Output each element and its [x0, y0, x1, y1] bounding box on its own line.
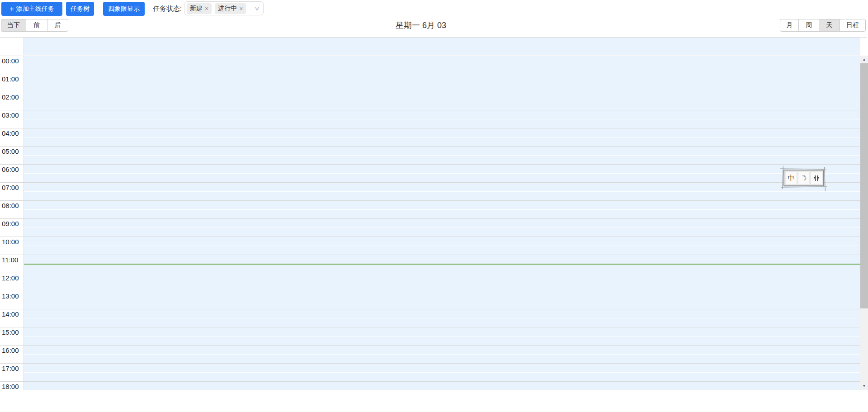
current-time-indicator	[24, 264, 860, 265]
time-label: 11:00	[0, 255, 24, 273]
all-day-row	[0, 37, 867, 55]
time-label: 12:00	[0, 273, 24, 291]
time-slot-row: 06:00	[0, 164, 860, 182]
view-week-button[interactable]: 周	[798, 19, 819, 32]
quadrant-view-label: 四象限显示	[108, 5, 140, 13]
vertical-scrollbar[interactable]: ▲ ▼	[860, 56, 868, 390]
time-slot-lane[interactable]	[24, 291, 860, 309]
time-label: 16:00	[0, 346, 24, 363]
plus-icon: +	[9, 5, 14, 13]
time-label: 13:00	[0, 291, 24, 309]
time-slot-row: 16:00	[0, 345, 860, 363]
time-slot-row: 08:00	[0, 200, 860, 218]
time-label: 08:00	[0, 201, 24, 218]
time-slot-row: 14:00	[0, 309, 860, 327]
moon-icon: ☽	[799, 173, 808, 183]
time-slot-lane[interactable]	[24, 147, 860, 164]
task-tree-button[interactable]: 任务树	[66, 2, 94, 16]
time-slot-lane[interactable]	[24, 56, 860, 74]
date-nav-group: 当下 前 后	[1, 19, 68, 32]
add-main-task-button[interactable]: + 添加主线任务	[1, 2, 62, 16]
view-agenda-button[interactable]: 日程	[840, 19, 866, 32]
time-slot-row: 13:00	[0, 291, 860, 309]
ime-toolbar[interactable]: 中 ☽	[783, 170, 824, 186]
ime-mode-toggle[interactable]: 中	[786, 172, 797, 184]
close-icon[interactable]: ×	[239, 5, 243, 12]
time-slot-lane[interactable]	[24, 110, 860, 128]
time-slot-lane[interactable]	[24, 237, 860, 255]
time-slot-row: 01:00	[0, 74, 860, 92]
ime-mode-label: 中	[788, 174, 795, 182]
scroll-down-icon[interactable]: ▼	[860, 382, 868, 390]
time-slot-lane[interactable]	[24, 327, 860, 345]
status-tag-inprogress-label: 进行中	[218, 5, 237, 13]
time-label: 07:00	[0, 183, 24, 200]
time-label: 03:00	[0, 110, 24, 128]
add-main-task-label: 添加主线任务	[16, 5, 54, 13]
time-slot-row: 05:00	[0, 146, 860, 164]
ime-punctuation-toggle[interactable]	[811, 172, 822, 184]
chevron-down-icon[interactable]: ∨	[254, 5, 260, 12]
time-label: 09:00	[0, 219, 24, 237]
time-label: 18:00	[0, 382, 24, 390]
time-label: 00:00	[0, 56, 24, 74]
time-slot-lane[interactable]	[24, 92, 860, 110]
view-switch-group: 月 周 天 日程	[780, 19, 866, 32]
all-day-filler	[860, 38, 867, 55]
time-label: 06:00	[0, 165, 24, 182]
time-slot-row: 17:00	[0, 363, 860, 381]
time-label: 02:00	[0, 92, 24, 110]
time-slot-lane[interactable]	[24, 165, 860, 182]
time-slot-lane[interactable]	[24, 273, 860, 291]
time-label: 10:00	[0, 237, 24, 255]
time-slot-row: 00:00	[0, 56, 860, 74]
next-button[interactable]: 后	[47, 19, 68, 32]
all-day-gutter	[0, 38, 24, 55]
time-slot-row: 04:00	[0, 128, 860, 146]
time-slot-row: 02:00	[0, 92, 860, 110]
scrollbar-thumb[interactable]	[860, 63, 868, 308]
view-month-button[interactable]: 月	[780, 19, 799, 32]
time-slot-lane[interactable]	[24, 364, 860, 381]
time-label: 05:00	[0, 147, 24, 164]
status-tag-new-label: 新建	[190, 5, 203, 13]
ime-punctuation-icon	[813, 175, 820, 182]
prev-button[interactable]: 前	[26, 19, 47, 32]
time-label: 15:00	[0, 327, 24, 345]
quadrant-view-button[interactable]: 四象限显示	[103, 2, 145, 16]
today-button[interactable]: 当下	[1, 19, 26, 32]
task-status-select[interactable]: 新建 × 进行中 × ∨	[184, 1, 264, 15]
calendar-title: 星期一 6月 03	[396, 20, 446, 31]
time-slot-lane[interactable]	[24, 74, 860, 92]
time-slot-row: 07:00	[0, 182, 860, 200]
task-status-label: 任务状态:	[153, 5, 182, 13]
time-label: 14:00	[0, 309, 24, 327]
all-day-lane[interactable]	[24, 38, 860, 55]
time-slot-lane[interactable]	[24, 201, 860, 218]
time-slot-lane[interactable]	[24, 219, 860, 237]
close-icon[interactable]: ×	[205, 5, 208, 12]
status-tag-new[interactable]: 新建 ×	[187, 3, 212, 14]
time-slot-lane[interactable]	[24, 382, 860, 390]
ime-sketch-border	[780, 168, 826, 169]
task-tree-label: 任务树	[71, 5, 90, 13]
time-slot-row: 10:00	[0, 237, 860, 255]
ime-halfwidth-toggle[interactable]: ☽	[798, 172, 809, 184]
time-slot-row: 12:00	[0, 273, 860, 291]
time-slot-row: 15:00	[0, 327, 860, 345]
time-grid: 00:00 01:00 02:00 03:00 04:00 05:00 06:0…	[0, 56, 860, 390]
scroll-up-icon[interactable]: ▲	[860, 56, 868, 63]
view-day-button[interactable]: 天	[819, 19, 840, 32]
time-slot-row: 03:00	[0, 110, 860, 128]
status-tag-inprogress[interactable]: 进行中 ×	[215, 3, 246, 14]
time-slot-lane[interactable]	[24, 346, 860, 363]
time-label: 01:00	[0, 74, 24, 92]
time-slot-lane[interactable]	[24, 128, 860, 146]
time-label: 17:00	[0, 364, 24, 381]
time-slot-lane[interactable]	[24, 183, 860, 200]
time-slot-lane[interactable]	[24, 309, 860, 327]
time-slot-row: 09:00	[0, 218, 860, 237]
time-label: 04:00	[0, 128, 24, 146]
time-slot-row: 18:00	[0, 381, 860, 390]
